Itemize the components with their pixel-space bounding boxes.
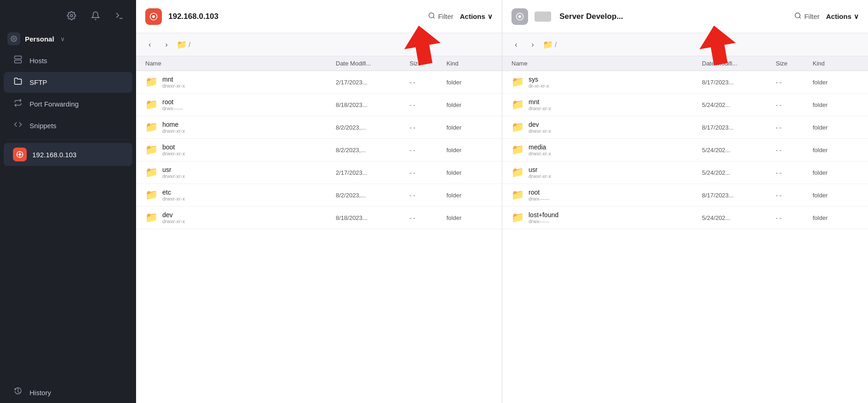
folder-icon: 📁	[145, 189, 158, 201]
panels-wrapper: 192.168.0.103 Filter Actions ∨ ‹ › 📁 /	[136, 0, 868, 403]
table-row[interactable]: 📁 dev drwxr-xr-x 8/18/2023... - - folder	[136, 207, 502, 229]
bell-icon-button[interactable]	[88, 8, 103, 23]
file-permissions: drwxr-xr-x	[529, 128, 551, 134]
file-date: 5/24/202...	[702, 214, 776, 221]
right-folder-icon: 📁	[543, 40, 553, 50]
sidebar-item-snippets[interactable]: Snippets	[4, 115, 132, 136]
sftp-label: SFTP	[30, 78, 47, 86]
file-permissions: drwx------	[529, 196, 549, 202]
left-filter-button[interactable]: Filter	[428, 12, 453, 21]
right-file-rows: 📁 sys dr-xr-xr-x 8/17/2023... - - folder…	[502, 71, 868, 229]
file-permissions: drwx------	[529, 219, 559, 224]
table-row[interactable]: 📁 mnt drwxr-xr-x 2/17/2023... - - folder	[136, 71, 502, 94]
table-row[interactable]: 📁 root drwx------ 8/18/2023... - - folde…	[136, 94, 502, 116]
svg-point-18	[518, 15, 521, 18]
file-name-text: boot drwxr-xr-x	[162, 143, 185, 156]
folder-icon: 📁	[511, 144, 524, 156]
file-name-text: root drwx------	[529, 189, 549, 202]
file-kind: folder	[813, 192, 859, 199]
terminal-icon-button[interactable]	[112, 8, 127, 23]
file-name-text: media drwxr-xr-x	[529, 143, 551, 156]
right-col-date: Date Modifi...	[702, 60, 776, 67]
left-panel-header: 192.168.0.103 Filter Actions ∨	[136, 0, 502, 33]
right-server-icon	[511, 8, 528, 25]
left-col-kind: Kind	[446, 60, 493, 67]
table-row[interactable]: 📁 boot drwxr-xr-x 8/2/2023,... - - folde…	[136, 139, 502, 161]
table-row[interactable]: 📁 root drwx------ 8/17/2023... - - folde…	[502, 184, 868, 207]
file-size: - -	[776, 101, 813, 108]
right-back-button[interactable]: ‹	[510, 38, 523, 51]
file-name-cell: 📁 dev drwxr-xr-x	[145, 211, 336, 224]
snippets-icon	[13, 120, 23, 131]
sidebar-item-history[interactable]: History	[4, 383, 132, 403]
port-forwarding-icon	[13, 99, 23, 109]
file-name-text: lost+found drwx------	[529, 211, 559, 224]
file-date: 5/24/202...	[702, 101, 776, 108]
file-name-cell: 📁 mnt drwxr-xr-x	[511, 98, 702, 111]
file-name-text: usr drwxr-xr-x	[529, 166, 551, 179]
right-actions-button[interactable]: Actions ∨	[826, 12, 859, 21]
personal-section-header[interactable]: Personal ∨	[0, 28, 136, 50]
left-col-date: Date Modifi...	[336, 60, 410, 67]
right-search-icon	[794, 12, 802, 21]
right-panel-header: Server Develop... Filter Actions ∨	[502, 0, 868, 33]
file-kind: folder	[446, 101, 493, 108]
file-date: 8/2/2023,...	[336, 192, 410, 199]
hosts-icon	[13, 55, 23, 66]
left-forward-button[interactable]: ›	[160, 38, 173, 51]
table-row[interactable]: 📁 dev drwxr-xr-x 8/17/2023... - - folder	[502, 116, 868, 139]
left-file-rows: 📁 mnt drwxr-xr-x 2/17/2023... - - folder…	[136, 71, 502, 229]
sidebar-item-192-168-0-103[interactable]: 192.168.0.103	[4, 143, 132, 166]
personal-section-icon	[7, 32, 20, 45]
file-size: - -	[410, 147, 446, 154]
sidebar-top-bar	[0, 0, 136, 28]
table-row[interactable]: 📁 sys dr-xr-xr-x 8/17/2023... - - folder	[502, 71, 868, 94]
sidebar-divider	[7, 139, 129, 140]
left-back-button[interactable]: ‹	[143, 38, 156, 51]
settings-icon-button[interactable]	[64, 8, 79, 23]
svg-point-14	[152, 15, 155, 18]
right-table-header: Name Date Modifi... Size Kind	[502, 56, 868, 71]
table-row[interactable]: 📁 etc drwxr-xr-x 8/2/2023,... - - folder	[136, 184, 502, 207]
left-col-name: Name	[145, 60, 336, 67]
table-row[interactable]: 📁 media drwxr-xr-x 5/24/202... - - folde…	[502, 139, 868, 161]
right-filter-button[interactable]: Filter	[794, 12, 820, 21]
sidebar-item-hosts[interactable]: Hosts	[4, 50, 132, 71]
left-actions-button[interactable]: Actions ∨	[460, 12, 493, 21]
left-actions-chevron-icon: ∨	[488, 12, 493, 21]
file-name-main: dev	[162, 211, 185, 219]
chevron-down-icon: ∨	[60, 36, 65, 42]
right-file-table: Name Date Modifi... Size Kind 📁 sys dr-x…	[502, 56, 868, 403]
file-permissions: drwxr-xr-x	[162, 173, 185, 179]
left-folder-path: 📁 /	[177, 40, 190, 50]
svg-rect-4	[15, 60, 22, 63]
table-row[interactable]: 📁 home drwxr-xr-x 8/2/2023,... - - folde…	[136, 116, 502, 139]
file-name-main: home	[162, 121, 185, 128]
file-date: 8/17/2023...	[702, 124, 776, 131]
sidebar-item-port-forwarding[interactable]: Port Forwarding	[4, 94, 132, 114]
file-name-text: root drwx------	[162, 98, 183, 111]
file-size: - -	[776, 192, 813, 199]
sftp-icon	[13, 77, 23, 88]
table-row[interactable]: 📁 usr drwxr-xr-x 5/24/202... - - folder	[502, 161, 868, 184]
file-size: - -	[776, 169, 813, 176]
folder-icon: 📁	[511, 212, 524, 224]
file-permissions: dr-xr-xr-x	[529, 83, 549, 89]
table-row[interactable]: 📁 lost+found drwx------ 5/24/202... - - …	[502, 207, 868, 229]
file-name-text: dev drwxr-xr-x	[162, 211, 185, 224]
sidebar-item-sftp[interactable]: SFTP	[4, 72, 132, 93]
table-row[interactable]: 📁 usr drwxr-xr-x 2/17/2023... - - folder	[136, 161, 502, 184]
file-date: 8/17/2023...	[702, 192, 776, 199]
left-search-icon	[428, 12, 435, 21]
right-folder-path: 📁 /	[543, 40, 557, 50]
right-forward-button[interactable]: ›	[526, 38, 539, 51]
table-row[interactable]: 📁 mnt drwxr-xr-x 5/24/202... - - folder	[502, 94, 868, 116]
right-col-size: Size	[776, 60, 813, 67]
file-name-main: lost+found	[529, 211, 559, 219]
file-name-cell: 📁 usr drwxr-xr-x	[511, 166, 702, 179]
file-size: - -	[410, 101, 446, 108]
file-name-main: root	[162, 98, 183, 106]
file-permissions: drwxr-xr-x	[162, 196, 185, 202]
file-name-text: usr drwxr-xr-x	[162, 166, 185, 179]
file-date: 2/17/2023...	[336, 169, 410, 176]
